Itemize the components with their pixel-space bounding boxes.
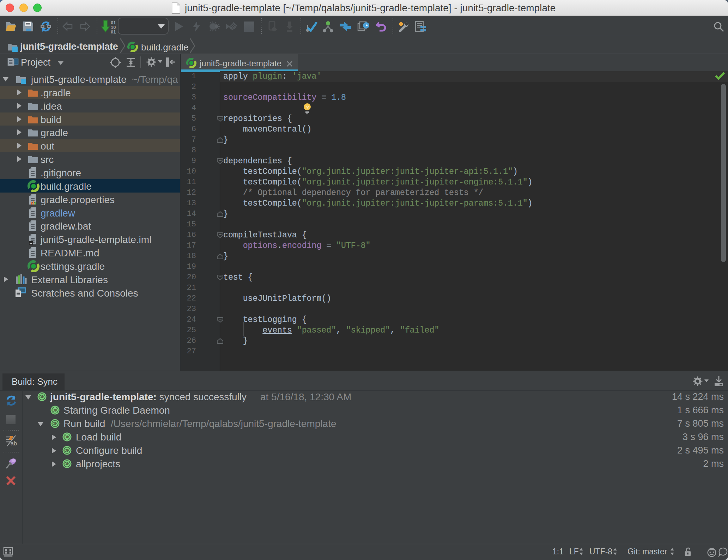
svg-text:OK: OK [64, 462, 70, 466]
svg-text:OK: OK [52, 408, 58, 412]
svg-text:OK: OK [64, 448, 70, 452]
svg-text:01: 01 [111, 29, 116, 34]
svg-text:OK: OK [39, 395, 45, 399]
svg-text:OK: OK [52, 421, 58, 426]
svg-text:ab: ab [11, 440, 17, 446]
svg-text:OK: OK [64, 435, 70, 439]
